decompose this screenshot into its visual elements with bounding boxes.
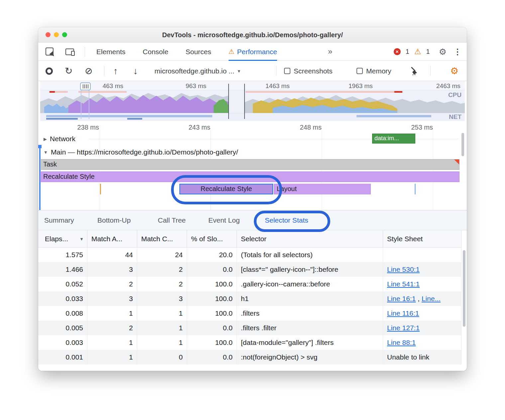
scrollbar-thumb[interactable] <box>463 250 465 327</box>
screenshots-label[interactable]: Screenshots <box>294 67 333 75</box>
warning-badge-icon[interactable]: ⚠ <box>414 48 421 55</box>
tab-performance[interactable]: ⚠Performance <box>229 43 277 61</box>
memory-checkbox[interactable]: Memory <box>356 61 391 81</box>
recalculate-style-bar[interactable]: Recalculate Style <box>40 171 459 182</box>
overview-net-track <box>40 113 465 121</box>
stylesheet-link[interactable]: Line 530:1 <box>387 265 420 273</box>
tab-event-log[interactable]: Event Log <box>208 210 240 230</box>
upload-icon: ↑ <box>113 66 118 76</box>
table-row[interactable]: 1.466320.0[class*=" gallery-icon--"]::be… <box>38 262 461 277</box>
column-header-match-c[interactable]: Match C... <box>137 230 187 247</box>
settings-gear-icon[interactable]: ⚙ <box>439 48 447 56</box>
error-badge-icon[interactable]: ✕ <box>394 48 401 55</box>
kebab-menu-icon[interactable]: ⋮ <box>454 48 461 56</box>
column-header-style-sheet[interactable]: Style Sheet <box>383 230 461 247</box>
record-button[interactable] <box>46 61 53 81</box>
cell-style-sheet: Line 116:1 <box>383 306 461 321</box>
cell-match_attempts: 2 <box>87 321 137 335</box>
tab-sources[interactable]: Sources <box>186 43 211 61</box>
column-header-label: % of Slo... <box>191 235 223 243</box>
column-header-selector[interactable]: Selector <box>237 230 383 247</box>
cell-match_count: 0 <box>137 350 187 365</box>
flame-tick-label: 253 ms <box>406 124 433 131</box>
stylesheet-link[interactable]: Line 88:1 <box>387 339 416 346</box>
toolbar-divider <box>276 66 276 76</box>
memory-label[interactable]: Memory <box>366 67 391 75</box>
long-task-corner-icon <box>454 159 459 164</box>
cell-style-sheet <box>383 248 461 262</box>
devtools-tabbar: ElementsConsoleSources⚠Performance » ✕ 1… <box>38 43 467 61</box>
table-row[interactable]: 0.005210.0.filters .filterLine 127:1 <box>38 321 461 335</box>
cell-match_count: 1 <box>137 306 187 321</box>
stylesheet-link[interactable]: Line 541:1 <box>387 280 420 288</box>
cell-selector: [data-module="gallery"] .filters <box>237 335 383 350</box>
tab-bottom-up[interactable]: Bottom-Up <box>97 210 131 230</box>
tab-console[interactable]: Console <box>143 43 168 61</box>
reload-and-record-button[interactable]: ↻ <box>65 61 72 81</box>
cell-match_attempts: 3 <box>87 262 137 277</box>
flame-scrollbar[interactable] <box>461 131 465 207</box>
cpu-track-label: CPU <box>448 91 461 99</box>
event-tick-orange[interactable] <box>100 184 101 194</box>
cell-selector: [class*=" gallery-icon--"]::before <box>237 262 383 277</box>
column-header-elaps[interactable]: Elaps...▼ <box>41 230 87 247</box>
tab-call-tree[interactable]: Call Tree <box>158 210 186 230</box>
stylesheet-link[interactable]: Line 16:1 <box>387 295 416 302</box>
selection-edge-line[interactable] <box>81 90 81 119</box>
cell-match_count: 24 <box>137 248 187 262</box>
selection-edge-line[interactable] <box>89 90 89 119</box>
devtools-window: DevTools - microsoftedge.github.io/Demos… <box>38 27 467 371</box>
table-row[interactable]: 0.05222100.0.gallery-icon--camera::befor… <box>38 277 461 291</box>
column-header-of-slo[interactable]: % of Slo... <box>187 230 237 247</box>
cell-selector: h1 <box>237 291 383 306</box>
cell-style-sheet: Line 530:1 <box>383 262 461 277</box>
timeline-overview: 463 ms963 ms1463 ms1963 ms2463 ms <box>40 81 465 121</box>
cell-elapsed: 0.003 <box>41 335 87 350</box>
tab-elements[interactable]: Elements <box>96 43 126 61</box>
table-row[interactable]: 0.03333100.0h1Line 16:1 , Line... <box>38 291 461 306</box>
column-header-match-a[interactable]: Match A... <box>87 230 137 247</box>
network-activity-bar <box>46 115 212 117</box>
titlebar: DevTools - microsoftedge.github.io/Demos… <box>38 27 467 43</box>
overview-cpu-chart[interactable] <box>40 90 465 113</box>
task-event-bar[interactable]: Task <box>40 159 459 170</box>
main-track-toggle[interactable]: ▼ Main — https://microsoftedge.github.io… <box>44 148 238 156</box>
error-x-icon: ✕ <box>395 50 399 54</box>
more-tabs-button[interactable]: » <box>328 43 332 61</box>
selection-drag-handle[interactable] <box>80 82 91 90</box>
table-row[interactable]: 0.00311100.0[data-module="gallery"] .fil… <box>38 335 461 350</box>
table-scrollbar[interactable] <box>462 231 466 367</box>
selected-recalculate-style-block[interactable]: Recalculate Style <box>179 184 273 194</box>
layout-block[interactable]: Layout <box>274 184 371 194</box>
inspect-element-icon[interactable] <box>46 48 53 55</box>
stylesheet-link[interactable]: Line... <box>422 295 441 302</box>
cell-match_attempts: 1 <box>87 350 137 365</box>
screenshots-checkbox[interactable]: Screenshots <box>284 61 333 81</box>
table-row[interactable]: 0.001100.0:not(foreignObject) > svgUnabl… <box>38 350 461 365</box>
load-profile-button[interactable]: ↑ <box>113 61 118 81</box>
network-track-label: Network <box>50 135 75 143</box>
network-request-block[interactable]: data:im... <box>372 134 415 144</box>
event-tick-blue[interactable] <box>415 184 416 194</box>
clear-button[interactable]: ⊘ <box>85 61 92 81</box>
selector-stats-body: 1.575442420.0(Totals for all selectors)1… <box>38 248 461 365</box>
table-row[interactable]: 0.00811100.0.filtersLine 116:1 <box>38 306 461 321</box>
capture-settings-button[interactable]: ⚙ <box>450 61 458 81</box>
gridline <box>433 130 433 210</box>
cell-elapsed: 0.033 <box>41 291 87 306</box>
history-dropdown[interactable]: microsoftedge.github.io ... ▾ <box>154 61 274 81</box>
save-profile-button[interactable]: ↓ <box>133 61 138 81</box>
cell-style-sheet: Unable to link <box>383 350 461 365</box>
cell-elapsed: 0.008 <box>41 306 87 321</box>
device-toolbar-icon[interactable] <box>65 49 74 55</box>
stylesheet-link[interactable]: Line 127:1 <box>387 324 420 332</box>
tab-selector-stats[interactable]: Selector Stats <box>265 210 308 230</box>
network-track-toggle[interactable]: ▶ Network <box>44 135 75 143</box>
cell-elapsed: 0.005 <box>41 321 87 335</box>
collect-garbage-button[interactable] <box>410 61 419 81</box>
stylesheet-link[interactable]: Line 116:1 <box>387 309 419 317</box>
table-row[interactable]: 1.575442420.0(Totals for all selectors) <box>38 248 461 262</box>
scrollbar-thumb[interactable] <box>461 133 464 156</box>
tab-summary[interactable]: Summary <box>44 210 74 230</box>
gear-active-icon: ⚙ <box>450 66 458 76</box>
